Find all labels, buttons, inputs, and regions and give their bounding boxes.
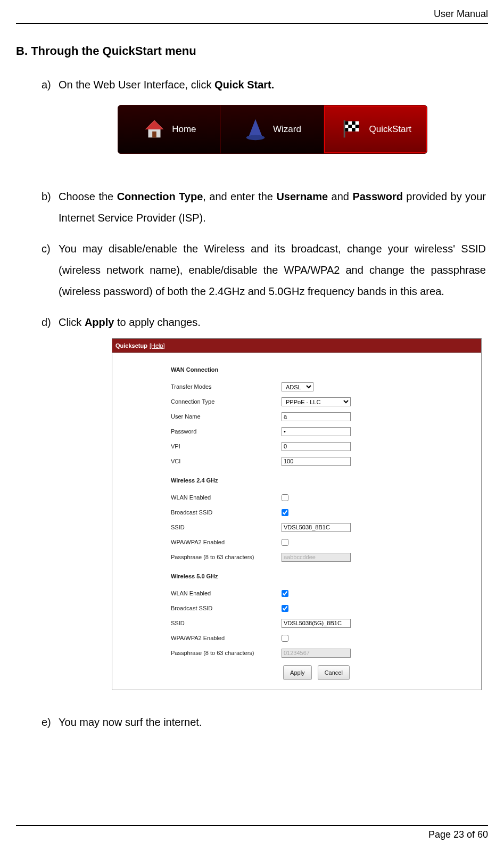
wpa24-enabled-label: WPA/WPA2 Enabled — [171, 536, 282, 548]
svg-rect-8 — [348, 125, 352, 128]
connection-type-label: Connection Type — [171, 396, 282, 407]
svg-rect-7 — [352, 121, 356, 125]
wireless-50-heading: Wireless 5.0 GHz — [171, 570, 282, 582]
wpa24-enabled-checkbox[interactable] — [282, 539, 288, 546]
broadcast50-ssid-label: Broadcast SSID — [171, 602, 282, 614]
section-title-text: Through the QuickStart menu — [31, 44, 196, 58]
nav-home-button[interactable]: Home — [118, 105, 221, 153]
step-b-b3: Password — [352, 191, 402, 202]
transfer-modes-label: Transfer Modes — [171, 381, 282, 392]
step-d-marker: d) — [42, 312, 51, 333]
nav-quickstart-button[interactable]: QuickStart — [324, 105, 427, 153]
wlan24-enabled-label: WLAN Enabled — [171, 492, 282, 503]
header-rule — [16, 23, 488, 24]
step-c-marker: c) — [42, 238, 51, 259]
house-icon — [142, 117, 167, 142]
page-number-total: of 60 — [464, 829, 488, 840]
step-a-marker: a) — [42, 74, 51, 95]
passphrase50-input[interactable] — [282, 649, 351, 658]
wpa50-enabled-label: WPA/WPA2 Enabled — [171, 632, 282, 644]
passphrase24-input[interactable] — [282, 553, 351, 562]
svg-rect-12 — [343, 120, 345, 138]
password-input[interactable] — [282, 427, 351, 436]
page-number-current: Page 23 — [428, 829, 464, 840]
nav-wizard-button[interactable]: Wizard — [221, 105, 324, 153]
cancel-button[interactable]: Cancel — [318, 665, 350, 680]
username-label: User Name — [171, 411, 282, 422]
step-b-b2: Username — [276, 191, 328, 202]
step-d-t1: Click — [59, 316, 85, 328]
section-heading: B. Through the QuickStart menu — [16, 44, 488, 58]
svg-marker-3 — [249, 119, 263, 138]
nav-bar-screenshot: Home Wizard QuickStart — [118, 105, 427, 154]
ssid50-input[interactable] — [282, 619, 351, 628]
quicksetup-form-screenshot: Quicksetup [Help] WAN Connection Transfe… — [112, 338, 482, 690]
form-header-title: Quicksetup — [115, 340, 147, 351]
doc-header-title: User Manual — [16, 0, 488, 23]
step-c: c) You may disable/enable the Wireless a… — [59, 238, 486, 302]
username-input[interactable] — [282, 412, 351, 421]
broadcast24-ssid-checkbox[interactable] — [282, 509, 288, 516]
wlan50-enabled-checkbox[interactable] — [282, 590, 288, 597]
page-number: Page 23 of 60 — [16, 826, 488, 840]
svg-point-4 — [246, 135, 265, 141]
nav-home-label: Home — [172, 120, 196, 138]
wlan24-enabled-checkbox[interactable] — [282, 494, 288, 501]
svg-rect-11 — [352, 128, 356, 132]
vci-label: VCI — [171, 455, 282, 467]
step-b-t3: and — [328, 191, 352, 202]
svg-rect-6 — [344, 121, 348, 125]
svg-rect-10 — [344, 128, 348, 132]
section-letter: B. — [16, 44, 28, 58]
wlan50-enabled-label: WLAN Enabled — [171, 587, 282, 599]
ssid24-label: SSID — [171, 521, 282, 533]
ssid24-input[interactable] — [282, 523, 351, 532]
wan-connection-heading: WAN Connection — [171, 364, 282, 375]
step-b-marker: b) — [42, 186, 51, 207]
step-b-b1: Connection Type — [117, 191, 203, 202]
transfer-modes-select[interactable]: ADSL — [282, 382, 313, 391]
svg-rect-9 — [355, 125, 359, 128]
step-b: b) Choose the Connection Type, and enter… — [59, 186, 486, 228]
wireless-24-heading: Wireless 2.4 GHz — [171, 474, 282, 486]
step-d-b1: Apply — [85, 316, 114, 328]
step-a-bold: Quick Start. — [214, 79, 274, 91]
step-a: a) On the Web User Interface, click Quic… — [59, 74, 486, 154]
svg-rect-2 — [152, 132, 156, 138]
wpa50-enabled-checkbox[interactable] — [282, 635, 288, 642]
nav-wizard-label: Wizard — [273, 120, 301, 138]
form-help-link[interactable]: [Help] — [150, 340, 165, 351]
step-b-t2: , and enter the — [203, 191, 276, 202]
broadcast50-ssid-checkbox[interactable] — [282, 605, 288, 612]
broadcast24-ssid-label: Broadcast SSID — [171, 506, 282, 518]
step-e-marker: e) — [42, 711, 51, 733]
nav-quickstart-label: QuickStart — [369, 120, 411, 138]
connection-type-select[interactable]: PPPoE - LLC — [282, 397, 351, 406]
step-e-text: You may now surf the internet. — [59, 716, 202, 728]
svg-marker-1 — [145, 120, 164, 129]
step-b-t1: Choose the — [59, 191, 117, 202]
form-header-bar: Quicksetup [Help] — [112, 339, 481, 353]
passphrase24-label: Passphrase (8 to 63 characters) — [171, 551, 282, 563]
step-d-t2: to apply changes. — [114, 316, 200, 328]
step-e: e) You may now surf the internet. — [59, 711, 486, 733]
vci-input[interactable] — [282, 457, 351, 466]
checkered-flag-icon — [340, 117, 364, 142]
step-d: d) Click Apply to apply changes. Quickse… — [59, 312, 486, 690]
wizard-hat-icon — [243, 117, 268, 142]
step-a-pre: On the Web User Interface, click — [59, 79, 214, 91]
apply-button[interactable]: Apply — [283, 665, 312, 680]
password-label: Password — [171, 426, 282, 437]
passphrase50-label: Passphrase (8 to 63 characters) — [171, 647, 282, 659]
step-c-text: You may disable/enable the Wireless and … — [59, 243, 486, 297]
ssid50-label: SSID — [171, 617, 282, 629]
vpi-label: VPI — [171, 440, 282, 452]
vpi-input[interactable] — [282, 442, 351, 451]
